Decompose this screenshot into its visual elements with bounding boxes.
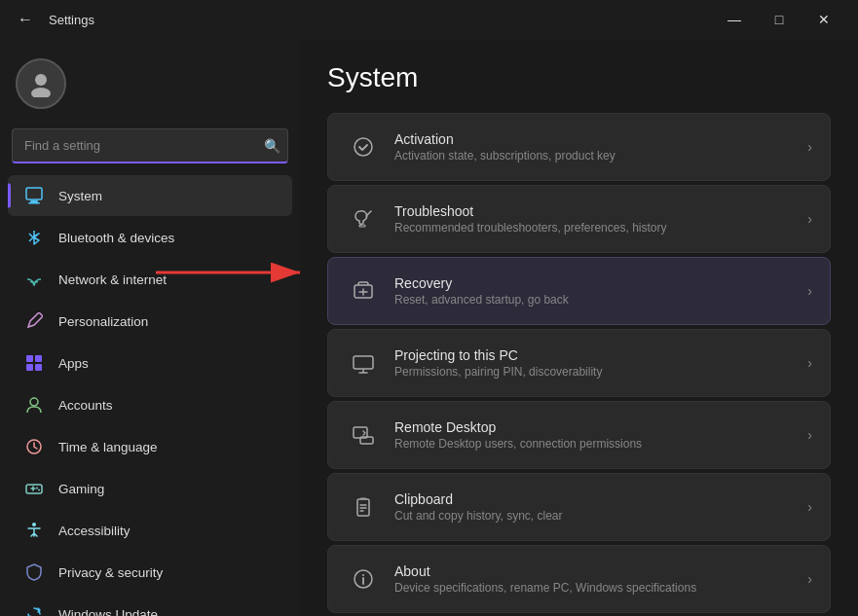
recovery-title: Recovery [394,275,800,291]
svg-rect-9 [35,364,42,371]
clipboard-chevron: › [807,499,812,515]
svg-point-10 [30,398,38,406]
search-icon: 🔍 [264,138,280,154]
sidebar-item-accessibility[interactable]: Accessibility [8,510,292,551]
sidebar-item-label-system: System [58,189,102,203]
minimize-icon: — [727,12,741,27]
about-title: About [394,563,800,579]
troubleshoot-chevron: › [807,211,812,227]
svg-point-15 [32,523,36,526]
card-projecting[interactable]: Projecting to this PC Permissions, pairi… [327,329,831,397]
back-icon: ← [18,11,33,28]
app-title: Settings [49,13,94,27]
projecting-icon [346,345,381,380]
time-icon [23,436,45,457]
troubleshoot-icon [346,201,381,236]
maximize-icon: □ [775,12,783,27]
about-subtitle: Device specifications, rename PC, Window… [394,581,800,595]
card-troubleshoot[interactable]: Troubleshoot Recommended troubleshooters… [327,185,831,253]
card-activation[interactable]: Activation Activation state, subscriptio… [327,113,831,181]
main-content: System Activation Activation state, subs… [300,39,858,616]
clipboard-icon [346,489,381,525]
svg-rect-4 [28,202,40,204]
accounts-icon [23,394,45,416]
close-button[interactable]: ✕ [802,4,846,35]
page-title: System [327,62,831,93]
gaming-icon [23,478,45,499]
clipboard-subtitle: Cut and copy history, sync, clear [394,509,800,523]
back-button[interactable]: ← [12,6,39,33]
svg-point-31 [362,574,364,576]
svg-point-13 [36,488,38,489]
projecting-chevron: › [807,355,812,371]
sidebar-item-apps[interactable]: Apps [8,343,292,383]
svg-rect-2 [26,188,42,199]
sidebar-item-label-network: Network & internet [58,272,167,287]
troubleshoot-subtitle: Recommended troubleshooters, preferences… [394,221,800,235]
sidebar-item-personalization[interactable]: Personalization [8,301,292,342]
svg-rect-3 [30,200,38,202]
title-bar: ← Settings — □ ✕ [0,0,858,39]
sidebar-item-system[interactable]: System [8,175,292,216]
projecting-title: Projecting to this PC [394,347,800,363]
bluetooth-icon [23,227,45,248]
clipboard-title: Clipboard [394,491,800,507]
sidebar-item-label-privacy: Privacy & security [58,565,163,580]
sidebar-item-update[interactable]: Windows Update [8,594,292,616]
activation-chevron: › [807,139,812,155]
svg-rect-6 [26,355,33,362]
minimize-button[interactable]: — [712,4,757,35]
sidebar-item-label-apps: Apps [58,356,89,371]
sidebar-item-privacy[interactable]: Privacy & security [8,552,292,593]
network-icon [23,269,45,290]
window-controls: — □ ✕ [712,4,846,35]
activation-title: Activation [394,131,800,147]
svg-point-1 [31,88,51,97]
privacy-icon [23,562,45,583]
recovery-subtitle: Reset, advanced startup, go back [394,293,800,307]
sidebar-item-network[interactable]: Network & internet [8,259,292,300]
recovery-chevron: › [807,283,812,299]
activation-icon [346,129,381,164]
cards-container: Activation Activation state, subscriptio… [327,113,831,613]
activation-subtitle: Activation state, subscriptions, product… [394,149,800,163]
sidebar-item-label-bluetooth: Bluetooth & devices [58,231,174,245]
card-recovery[interactable]: Recovery Reset, advanced startup, go bac… [327,257,831,325]
system-icon [23,185,45,206]
about-icon [346,562,381,597]
remote-desktop-icon [346,417,381,453]
sidebar-item-label-update: Windows Update [58,607,158,617]
sidebar-item-label-gaming: Gaming [58,482,104,496]
sidebar-item-label-accessibility: Accessibility [58,524,131,538]
update-icon [23,603,45,616]
sidebar-item-label-personalization: Personalization [58,314,148,329]
about-chevron: › [807,571,812,587]
svg-point-0 [35,74,47,86]
remote-desktop-title: Remote Desktop [394,419,800,435]
sidebar-item-label-time: Time & language [58,440,158,454]
card-about[interactable]: About Device specifications, rename PC, … [327,545,831,613]
search-input[interactable] [12,128,288,163]
sidebar-item-bluetooth[interactable]: Bluetooth & devices [8,217,292,258]
app-body: 🔍 System Bluetooth & devices Network & i… [0,39,858,616]
svg-rect-17 [359,225,365,227]
troubleshoot-title: Troubleshoot [394,203,800,219]
close-icon: ✕ [818,12,830,27]
sidebar-item-time[interactable]: Time & language [8,426,292,467]
svg-rect-8 [26,364,33,371]
projecting-subtitle: Permissions, pairing PIN, discoverabilit… [394,365,800,379]
svg-point-5 [33,283,35,285]
sidebar-item-gaming[interactable]: Gaming [8,468,292,509]
card-clipboard[interactable]: Clipboard Cut and copy history, sync, cl… [327,473,831,541]
apps-icon [23,352,45,374]
accessibility-icon [23,520,45,541]
user-profile[interactable] [0,47,300,128]
sidebar-nav: System Bluetooth & devices Network & int… [0,175,300,616]
sidebar-item-label-accounts: Accounts [58,398,113,413]
maximize-button[interactable]: □ [757,4,802,35]
remote-desktop-chevron: › [807,427,812,443]
svg-rect-20 [354,356,373,369]
sidebar-item-accounts[interactable]: Accounts [8,384,292,425]
title-bar-left: ← Settings [12,6,94,33]
card-remote-desktop[interactable]: Remote Desktop Remote Desktop users, con… [327,401,831,469]
